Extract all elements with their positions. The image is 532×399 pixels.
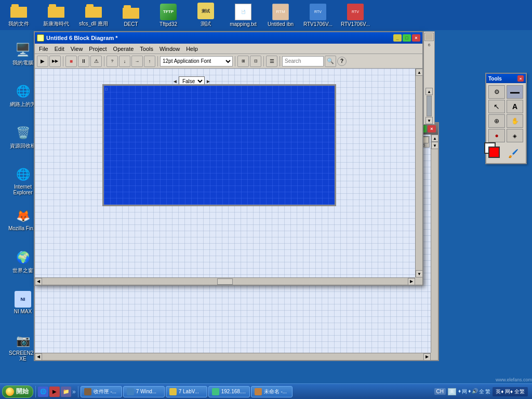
menu-bar: File Edit View Project Operate Tools Win… bbox=[35, 44, 422, 54]
desktop-icon-my-docs[interactable]: 我的文件 bbox=[2, 3, 35, 28]
toolbar-distribute-button[interactable]: ⊡ bbox=[250, 56, 261, 67]
menu-project[interactable]: Project bbox=[86, 45, 110, 53]
toolbar-step-into-button[interactable]: ↓ bbox=[119, 56, 130, 67]
diagram-indicator: □ bbox=[105, 87, 108, 91]
lang-selector[interactable]: CH bbox=[434, 388, 446, 395]
search-button[interactable]: 🔍 bbox=[325, 56, 336, 67]
menu-tools[interactable]: Tools bbox=[137, 45, 156, 53]
taskbar-btn-untitled[interactable]: 未命名 -... bbox=[251, 386, 292, 397]
tool-text-button[interactable]: A bbox=[507, 100, 523, 113]
menu-window[interactable]: Window bbox=[156, 45, 183, 53]
desktop-icon-mapping[interactable]: 📄 mapping.txt bbox=[227, 4, 260, 27]
tool-move-button[interactable]: ✋ bbox=[507, 114, 523, 128]
toolbar-separator-6 bbox=[280, 56, 280, 66]
menu-edit[interactable]: Edit bbox=[51, 45, 68, 53]
start-label: 開始 bbox=[16, 387, 29, 396]
lv2-scroll-right[interactable]: ▶ bbox=[423, 353, 431, 361]
toolbar-separator-4 bbox=[235, 56, 235, 66]
desktop-icon-rtv2[interactable]: RTV RTV1706V... bbox=[339, 4, 372, 27]
close-button[interactable]: × bbox=[412, 34, 420, 42]
desktop-icon-new-tang[interactable]: 新康海時代 bbox=[39, 3, 73, 28]
toolbar-run-button[interactable]: ▶ bbox=[37, 56, 48, 67]
lv2-scrollbar-v[interactable]: ▲ ▼ bbox=[431, 135, 438, 353]
tool-select-button[interactable]: ▬▬ bbox=[507, 85, 523, 99]
taskbar-btn-recycle[interactable]: 收件匣 -... bbox=[81, 386, 122, 397]
menu-file[interactable]: File bbox=[36, 45, 51, 53]
minimize-button[interactable]: _ bbox=[393, 34, 402, 42]
menu-view[interactable]: View bbox=[68, 45, 86, 53]
side-panel-scroll-down[interactable]: ▼ bbox=[425, 117, 433, 124]
tool-wire-button[interactable]: ⊕ bbox=[488, 114, 505, 128]
quicklaunch-ie-icon[interactable]: 🌐 bbox=[38, 387, 48, 397]
tool-probe-button[interactable]: ● bbox=[488, 129, 505, 142]
false-arrow-right-icon: ► bbox=[206, 78, 211, 84]
tools-panel-title: Tools bbox=[488, 76, 502, 82]
icon-label-sfcs: sfcs_dll 應用 bbox=[78, 20, 109, 28]
toolbar-abort-button[interactable]: ■ bbox=[65, 56, 77, 67]
desktop-icon-tftpd32[interactable]: TFTP Tftpd32 bbox=[152, 4, 185, 27]
canvas-scrollbar-v[interactable]: ▲ ▼ bbox=[415, 69, 422, 277]
menu-help[interactable]: Help bbox=[183, 45, 201, 53]
lv2-scroll-corner bbox=[431, 353, 438, 360]
taskbar-btn-untitled-icon bbox=[255, 388, 262, 395]
toolbar-warning-button[interactable]: ⚠ bbox=[90, 56, 102, 67]
quicklaunch-media-icon[interactable]: ▶ bbox=[49, 387, 60, 397]
canvas-area[interactable]: ◄ False True ► □ ▲ ▼ ◀ bbox=[35, 69, 422, 285]
start-button[interactable]: 開始 bbox=[2, 385, 33, 398]
menu-operate[interactable]: Operate bbox=[110, 45, 137, 53]
watermark-text: www.elefans.com bbox=[496, 377, 532, 382]
toolbar-align-button[interactable]: ⊞ bbox=[237, 56, 249, 67]
tool-cursor-button[interactable]: ⚙ bbox=[488, 85, 505, 99]
canvas-scroll-thumb[interactable] bbox=[217, 278, 233, 285]
tool-eyedrop-button[interactable]: ◈ bbox=[507, 129, 523, 142]
canvas-scroll-corner bbox=[415, 277, 422, 285]
font-selector[interactable]: 12pt Application Font bbox=[160, 56, 233, 66]
lv2-scroll-left[interactable]: ◀ bbox=[35, 353, 42, 361]
taskbar-btn-labv[interactable]: 7 LabV... bbox=[166, 386, 207, 397]
taskbar-btn-win7-label: 7 Wind... bbox=[136, 389, 156, 394]
side-panel-icon-top bbox=[424, 33, 434, 41]
tray-icon-1: ♦ bbox=[458, 388, 461, 395]
desktop-icon-test[interactable]: 测试 測試 bbox=[189, 3, 222, 28]
desktop-icon-dect[interactable]: DECT bbox=[114, 4, 148, 27]
maximize-button[interactable]: □ bbox=[403, 34, 411, 42]
toolbar-step-over-button[interactable]: → bbox=[131, 56, 143, 67]
toolbar-step-out-button[interactable]: ↑ bbox=[144, 56, 155, 67]
desktop-icon-sfcs[interactable]: sfcs_dll 應用 bbox=[77, 3, 110, 28]
lv2-scrollbar-h[interactable]: ◀ ▶ bbox=[35, 353, 431, 360]
canvas-scrollbar-h[interactable]: ◀ ▶ bbox=[35, 277, 415, 285]
lv2-scroll-up[interactable]: ▲ bbox=[431, 135, 438, 142]
search-input[interactable] bbox=[282, 56, 324, 66]
color-picker-button[interactable]: 🖌️ bbox=[508, 149, 518, 159]
canvas-scroll-left[interactable]: ◀ bbox=[35, 278, 42, 285]
desktop-icon-untitled-ibn[interactable]: RTM Untitled ibn bbox=[264, 4, 297, 27]
canvas-scroll-right[interactable]: ▶ bbox=[408, 278, 415, 285]
window-title-icon bbox=[37, 34, 44, 42]
block-diagram-canvas[interactable]: □ bbox=[102, 84, 336, 206]
toolbar-pause-button[interactable]: ⏸ bbox=[78, 56, 89, 67]
canvas-scroll-up[interactable]: ▲ bbox=[416, 69, 422, 76]
lv2-close-button[interactable]: × bbox=[428, 125, 436, 132]
quicklaunch-folder-icon[interactable]: 📁 bbox=[61, 387, 71, 397]
quicklaunch-expand-icon[interactable]: » bbox=[72, 388, 76, 395]
lv2-scroll-down[interactable]: ▼ bbox=[431, 142, 438, 149]
toolbar-separator-2 bbox=[104, 56, 104, 66]
taskbar-buttons: 收件匣 -... 7 Wind... 7 LabV... 192.168....… bbox=[81, 386, 431, 397]
taskbar-btn-win7[interactable]: 7 Wind... bbox=[123, 386, 165, 397]
toolbar-context-help-button[interactable]: ? bbox=[107, 56, 118, 67]
input-method-icon[interactable]: 英 bbox=[448, 388, 456, 395]
foreground-color-swatch[interactable] bbox=[488, 147, 500, 158]
help-button[interactable]: ? bbox=[337, 57, 347, 66]
tool-arrow-button[interactable]: ↖ bbox=[488, 100, 505, 113]
icon-label-tftpd: Tftpd32 bbox=[153, 21, 184, 27]
toolbar-run-cont-button[interactable]: ▶▶ bbox=[49, 56, 61, 67]
toolbar-reorder-button[interactable]: ☰ bbox=[266, 56, 277, 67]
side-panel-scroll-up[interactable]: ▲ bbox=[425, 88, 433, 95]
taskbar-btn-ip-label: 192.168.... bbox=[221, 389, 246, 394]
desktop-icon-rtv1[interactable]: RTV RTV1706V... bbox=[301, 4, 335, 27]
canvas-scroll-down[interactable]: ▼ bbox=[416, 270, 422, 277]
taskbar-separator-2 bbox=[78, 386, 78, 397]
side-panel-num: 6 bbox=[428, 43, 430, 47]
taskbar-btn-ip[interactable]: 192.168.... bbox=[208, 386, 250, 397]
tools-panel-close-button[interactable]: × bbox=[517, 75, 524, 82]
